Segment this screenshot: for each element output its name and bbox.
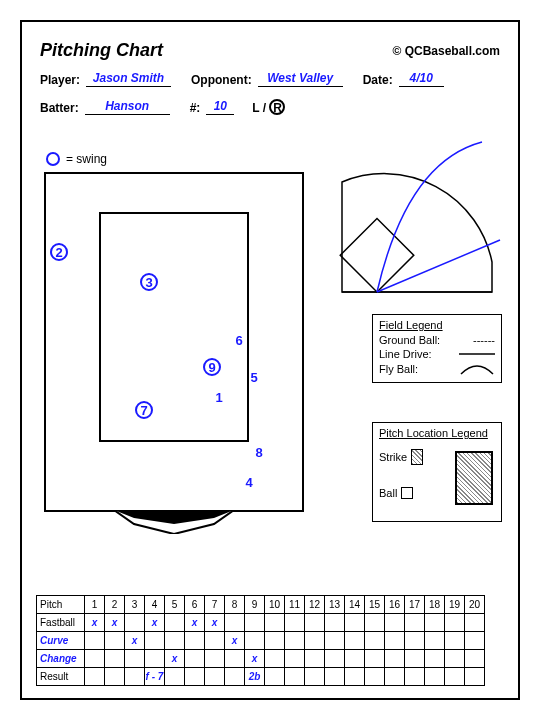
pitch-cell[interactable] [185, 632, 205, 650]
pitch-cell[interactable] [85, 650, 105, 668]
result-cell[interactable] [405, 668, 425, 686]
player-field[interactable]: Jason Smith [86, 71, 171, 87]
zone-inner [99, 212, 249, 442]
pitch-cell[interactable] [265, 632, 285, 650]
pitch-cell[interactable] [205, 650, 225, 668]
col-header: 7 [205, 596, 225, 614]
pitch-cell[interactable] [285, 650, 305, 668]
pitch-cell[interactable] [405, 650, 425, 668]
opponent-field[interactable]: West Valley [258, 71, 343, 87]
col-header: 6 [185, 596, 205, 614]
pitch-cell[interactable] [445, 614, 465, 632]
result-cell[interactable] [425, 668, 445, 686]
pitch-cell[interactable] [425, 614, 445, 632]
pitch-cell[interactable] [245, 632, 265, 650]
pitch-cell[interactable]: x [85, 614, 105, 632]
pitch-cell[interactable] [185, 650, 205, 668]
field-legend-title: Field Legend [379, 319, 495, 331]
home-plate-icon [114, 510, 234, 534]
pitch-cell[interactable] [365, 632, 385, 650]
strike-box-icon [411, 449, 423, 465]
result-cell[interactable] [85, 668, 105, 686]
pitch-cell[interactable] [445, 632, 465, 650]
ground-ball-label: Ground Ball: [379, 334, 440, 346]
pitch-cell[interactable] [265, 614, 285, 632]
pitch-cell[interactable] [305, 632, 325, 650]
result-cell[interactable]: f - 7 [145, 668, 165, 686]
pitch-cell[interactable] [305, 614, 325, 632]
date-label: Date: [363, 73, 393, 87]
pitch-cell[interactable] [205, 632, 225, 650]
pitch-cell[interactable] [285, 632, 305, 650]
pitch-cell[interactable] [345, 614, 365, 632]
pitch-cell[interactable]: x [225, 632, 245, 650]
result-cell[interactable] [165, 668, 185, 686]
field-legend: Field Legend Ground Ball: ------ Line Dr… [372, 314, 502, 383]
result-cell[interactable] [465, 668, 485, 686]
pitch-cell[interactable] [105, 650, 125, 668]
pitch-cell[interactable] [305, 650, 325, 668]
pitch-cell[interactable] [365, 650, 385, 668]
pitch-cell[interactable] [285, 614, 305, 632]
date-field[interactable]: 4/10 [399, 71, 444, 87]
pitch-cell[interactable] [105, 632, 125, 650]
result-cell[interactable] [265, 668, 285, 686]
pitch-cell[interactable] [85, 632, 105, 650]
pitch-cell[interactable] [325, 650, 345, 668]
pitch-cell[interactable] [365, 614, 385, 632]
pitch-cell[interactable] [245, 614, 265, 632]
pitch-cell[interactable] [165, 614, 185, 632]
pitch-cell[interactable]: x [125, 632, 145, 650]
result-cell[interactable] [345, 668, 365, 686]
result-cell[interactable] [445, 668, 465, 686]
pitch-mark-2: 2 [50, 243, 68, 261]
result-cell[interactable] [225, 668, 245, 686]
result-cell[interactable]: 2b [245, 668, 265, 686]
result-cell[interactable] [185, 668, 205, 686]
pitch-cell[interactable] [405, 632, 425, 650]
pitch-cell[interactable] [345, 650, 365, 668]
pitch-mark-4: 4 [245, 475, 252, 490]
pitch-cell[interactable] [325, 632, 345, 650]
number-field[interactable]: 10 [206, 99, 234, 115]
pitch-cell[interactable] [125, 614, 145, 632]
pitch-cell[interactable]: x [145, 614, 165, 632]
pitch-cell[interactable] [465, 614, 485, 632]
pitch-cell[interactable] [145, 632, 165, 650]
pitch-cell[interactable] [425, 650, 445, 668]
result-cell[interactable] [385, 668, 405, 686]
result-cell[interactable] [205, 668, 225, 686]
pitch-cell[interactable] [445, 650, 465, 668]
pitch-cell[interactable]: x [245, 650, 265, 668]
pitch-cell[interactable] [465, 650, 485, 668]
pitch-cell[interactable] [385, 614, 405, 632]
pitch-cell[interactable] [385, 632, 405, 650]
pitch-cell[interactable] [465, 632, 485, 650]
pitch-cell[interactable]: x [205, 614, 225, 632]
result-cell[interactable] [305, 668, 325, 686]
result-cell[interactable] [105, 668, 125, 686]
pitch-cell[interactable] [145, 650, 165, 668]
pitch-cell[interactable] [385, 650, 405, 668]
result-cell[interactable] [125, 668, 145, 686]
result-cell[interactable] [325, 668, 345, 686]
pitch-cell[interactable] [325, 614, 345, 632]
pitch-cell[interactable] [425, 632, 445, 650]
pitch-cell[interactable] [125, 650, 145, 668]
pitch-cell[interactable]: x [105, 614, 125, 632]
col-header: 5 [165, 596, 185, 614]
result-cell[interactable] [365, 668, 385, 686]
pitch-cell[interactable]: x [185, 614, 205, 632]
pitch-cell[interactable] [405, 614, 425, 632]
pitch-cell[interactable] [165, 632, 185, 650]
pitch-cell[interactable]: x [165, 650, 185, 668]
pitch-mark-7: 7 [135, 401, 153, 419]
batter-field[interactable]: Hanson [85, 99, 170, 115]
pitch-cell[interactable] [225, 650, 245, 668]
page-title: Pitching Chart [40, 40, 163, 61]
col-header: 17 [405, 596, 425, 614]
pitch-cell[interactable] [345, 632, 365, 650]
pitch-cell[interactable] [265, 650, 285, 668]
pitch-cell[interactable] [225, 614, 245, 632]
result-cell[interactable] [285, 668, 305, 686]
